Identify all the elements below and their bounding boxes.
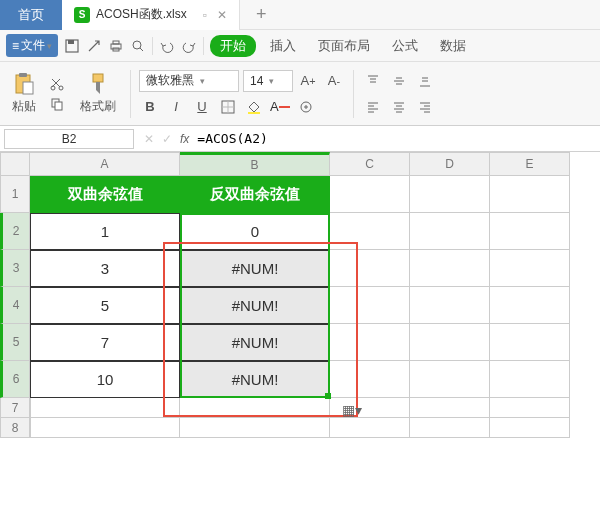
underline-button[interactable]: U [191,96,213,118]
close-tab-icon[interactable]: ✕ [217,8,227,22]
home-tab[interactable]: 首页 [0,0,62,30]
border-button[interactable] [217,96,239,118]
row-header[interactable]: 5 [0,324,30,361]
cell[interactable] [330,418,410,438]
cell[interactable] [410,213,490,250]
cancel-icon[interactable]: ✕ [144,132,154,146]
cell[interactable] [410,418,490,438]
tab-data[interactable]: 数据 [432,33,474,59]
tab-insert[interactable]: 插入 [262,33,304,59]
new-tab-button[interactable]: + [240,0,283,30]
tab-layout[interactable]: 页面布局 [310,33,378,59]
cell[interactable] [490,287,570,324]
cell[interactable] [410,398,490,418]
fill-color-button[interactable] [243,96,265,118]
cell[interactable] [30,418,180,438]
cell[interactable] [30,398,180,418]
row-header[interactable]: 3 [0,250,30,287]
col-header[interactable]: A [30,152,180,176]
row-header[interactable]: 8 [0,418,30,438]
redo-icon[interactable] [181,38,197,54]
tab-formula[interactable]: 公式 [384,33,426,59]
font-dropdown[interactable]: 微软雅黑▾ [139,70,239,92]
cell[interactable]: #NUM! [180,250,330,287]
cell[interactable]: 1 [30,213,180,250]
font-size-dropdown[interactable]: 14▾ [243,70,293,92]
cell[interactable]: 7 [30,324,180,361]
align-left-button[interactable] [362,96,384,118]
cell[interactable] [330,287,410,324]
formula-input[interactable] [197,131,594,146]
undo-icon[interactable] [159,38,175,54]
align-bottom-button[interactable] [414,70,436,92]
col-header[interactable]: C [330,152,410,176]
cell[interactable]: 反双曲余弦值 [180,176,330,213]
increase-font-button[interactable]: A+ [297,70,319,92]
align-middle-button[interactable] [388,70,410,92]
fx-icon[interactable]: fx [180,132,189,146]
cell[interactable] [490,361,570,398]
document-tab[interactable]: S ACOSH函数.xlsx ▫ ✕ [62,0,240,30]
cell[interactable] [410,250,490,287]
decrease-font-button[interactable]: A- [323,70,345,92]
col-header[interactable]: E [490,152,570,176]
row-header[interactable]: 4 [0,287,30,324]
preview-icon[interactable] [130,38,146,54]
cell[interactable] [330,250,410,287]
font-color-button[interactable]: A [269,96,291,118]
align-right-button[interactable] [414,96,436,118]
cell[interactable] [180,398,330,418]
paste-label: 粘贴 [12,98,36,115]
cell[interactable] [410,176,490,213]
col-header[interactable]: B [180,152,330,176]
cell[interactable] [330,361,410,398]
cell[interactable] [330,176,410,213]
cell[interactable]: #NUM! [180,361,330,398]
row-header[interactable]: 1 [0,176,30,213]
row-header[interactable]: 6 [0,361,30,398]
file-menu-button[interactable]: ≡ 文件 ▾ [6,34,58,57]
bold-button[interactable]: B [139,96,161,118]
cell[interactable]: 5 [30,287,180,324]
align-center-button[interactable] [388,96,410,118]
format-painter-button[interactable]: 格式刷 [74,70,122,117]
print-icon[interactable] [108,38,124,54]
cell[interactable] [490,398,570,418]
cell[interactable] [410,324,490,361]
tab-start[interactable]: 开始 [210,35,256,57]
cell[interactable]: 0 [180,213,330,250]
more-font-button[interactable] [295,96,317,118]
cell[interactable] [490,176,570,213]
cell[interactable]: 双曲余弦值 [30,176,180,213]
cell[interactable] [490,418,570,438]
paste-button[interactable]: 粘贴 [6,70,42,117]
cell[interactable]: 3 [30,250,180,287]
row-header[interactable]: 7 [0,398,30,418]
row-header[interactable]: 2 [0,213,30,250]
save-icon[interactable] [64,38,80,54]
svg-rect-1 [68,40,74,44]
italic-button[interactable]: I [165,96,187,118]
align-top-button[interactable] [362,70,384,92]
cell[interactable]: #NUM! [180,287,330,324]
share-icon[interactable] [86,38,102,54]
copy-icon[interactable] [50,96,66,112]
cut-icon[interactable] [50,76,66,92]
name-box[interactable]: B2 [4,129,134,149]
autofill-options-icon[interactable]: ▦▾ [342,402,362,418]
cell[interactable] [330,213,410,250]
cell[interactable]: #NUM! [180,324,330,361]
cell[interactable] [490,213,570,250]
cell[interactable] [410,361,490,398]
spreadsheet-grid: 1 2 3 4 5 6 7 8 A B C D E 双曲余弦值 反双曲余弦值 1… [0,152,600,438]
col-header[interactable]: D [410,152,490,176]
cell[interactable] [410,287,490,324]
cell[interactable] [490,250,570,287]
select-all-corner[interactable] [0,152,30,176]
cell[interactable] [490,324,570,361]
cell[interactable] [180,418,330,438]
confirm-icon[interactable]: ✓ [162,132,172,146]
tab-menu-icon[interactable]: ▫ [203,8,207,22]
cell[interactable] [330,324,410,361]
cell[interactable]: 10 [30,361,180,398]
